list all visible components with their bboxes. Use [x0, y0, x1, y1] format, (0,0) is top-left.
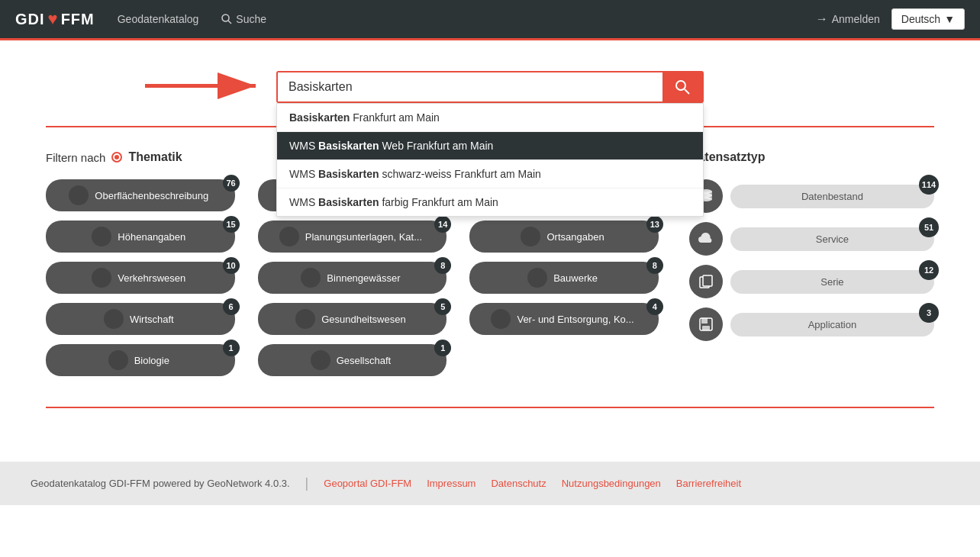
radio-dot-icon — [111, 152, 122, 163]
thematic-item-bauwerke[interactable]: Bauwerke 8 — [469, 262, 659, 294]
search-nav-icon — [221, 14, 232, 24]
footer-link-nutzungsbedingungen[interactable]: Nutzungsbedingungen — [562, 478, 661, 489]
autocomplete-item-1[interactable]: Basiskarten Frankfurt am Main — [277, 104, 703, 132]
autocomplete-item-3[interactable]: WMS Basiskarten schwarz-weiss Frankfurt … — [277, 160, 703, 188]
svg-rect-15 — [702, 326, 710, 330]
pill-icon — [301, 268, 321, 288]
svg-line-5 — [685, 89, 689, 94]
autocomplete-dropdown: Basiskarten Frankfurt am Main WMS Basisk… — [276, 103, 704, 217]
svg-rect-12 — [703, 275, 712, 286]
search-wrapper: Basiskarten Frankfurt am Main WMS Basisk… — [276, 71, 704, 103]
dataset-item-application[interactable]: Application 3 — [689, 307, 934, 341]
search-container — [276, 71, 704, 103]
pill-icon — [108, 350, 128, 370]
nav-suche[interactable]: Suche — [221, 13, 266, 25]
floppy-icon-wrap — [689, 307, 723, 341]
badge-76: 76 — [223, 175, 240, 192]
signin-icon: → — [816, 12, 828, 26]
footer-powered-by: Geodatenkatalog GDI-FFM powered by GeoNe… — [31, 478, 290, 489]
dataset-list: Datenbestand 114 Service 51 — [689, 179, 934, 341]
svg-line-1 — [228, 21, 231, 24]
pill-icon — [69, 185, 89, 205]
thematic-item-oberflaechenbeschreibung[interactable]: Oberflächenbeschreibung 76 — [46, 179, 235, 211]
nav-geodatenkatalog[interactable]: Geodatenkatalog — [118, 13, 199, 25]
thematic-item-binnengewaesser[interactable]: Binnengewässer 8 — [258, 262, 447, 294]
signin-button[interactable]: → Anmelden — [816, 12, 880, 26]
badge-10: 10 — [223, 257, 240, 274]
thematic-item-planungsunterlagen[interactable]: Planungsunterlagen, Kat... 14 — [258, 221, 447, 253]
language-button[interactable]: Deutsch ▼ — [891, 8, 965, 30]
autocomplete-item-4[interactable]: WMS Basiskarten farbig Frankfurt am Main — [277, 188, 703, 216]
footer: Geodatenkatalog GDI-FFM powered by GeoNe… — [0, 462, 980, 505]
badge-6: 6 — [223, 298, 240, 315]
filter-right: Datensatztyp Datenbestand 114 — [689, 150, 934, 376]
search-area: Basiskarten Frankfurt am Main WMS Basisk… — [46, 71, 934, 103]
search-icon — [675, 79, 690, 95]
brand-logo[interactable]: GDI ♥ FFM — [15, 9, 95, 29]
footer-link-datenschutz[interactable]: Datenschutz — [491, 478, 546, 489]
svg-rect-14 — [701, 318, 708, 324]
footer-link-barrierefreiheit[interactable]: Barrierefreiheit — [676, 478, 741, 489]
thematic-item-ver-entsorgung[interactable]: Ver- und Entsorgung, Ko... 4 — [469, 303, 659, 335]
pill-icon — [295, 309, 315, 329]
copy-icon-wrap — [689, 265, 723, 298]
pill-icon — [279, 227, 299, 246]
pill-icon — [104, 309, 124, 329]
badge-3: 3 — [919, 303, 939, 323]
dataset-type-title: Datensatztyp — [689, 150, 934, 164]
badge-12: 12 — [919, 260, 939, 280]
floppy-icon — [698, 317, 714, 332]
badge-14: 14 — [434, 216, 451, 233]
navbar: GDI ♥ FFM Geodatenkatalog Suche → Anmeld… — [0, 0, 980, 38]
pill-icon — [311, 350, 330, 370]
badge-4: 4 — [646, 298, 663, 315]
badge-1b: 1 — [434, 340, 451, 356]
svg-point-4 — [676, 81, 685, 90]
copy-icon — [698, 273, 714, 290]
thematic-item-gesundheitswesen[interactable]: Gesundheitswesen 5 — [258, 303, 447, 335]
footer-link-geoportal[interactable]: Geoportal GDI-FFM — [324, 478, 411, 489]
thematic-item-ortsangaben[interactable]: Ortsangaben 13 — [469, 221, 659, 253]
pill-icon — [491, 309, 511, 329]
main-content: Basiskarten Frankfurt am Main WMS Basisk… — [0, 40, 980, 446]
footer-separator: | — [305, 475, 309, 491]
footer-link-impressum[interactable]: Impressum — [427, 478, 475, 489]
thematic-item-biologie[interactable]: Biologie 1 — [46, 344, 235, 376]
pill-icon — [92, 227, 111, 246]
svg-point-0 — [222, 14, 229, 21]
cloud-icon-wrap — [689, 222, 723, 256]
brand-gdi: GDI — [15, 11, 45, 28]
badge-13: 13 — [646, 216, 663, 233]
dataset-item-serie[interactable]: Serie 12 — [689, 265, 934, 298]
badge-51: 51 — [919, 217, 939, 237]
dataset-item-datenbestand[interactable]: Datenbestand 114 — [689, 179, 934, 213]
bottom-divider — [46, 407, 934, 408]
pill-icon — [527, 268, 547, 288]
badge-1a: 1 — [223, 340, 240, 356]
badge-15: 15 — [223, 216, 240, 233]
brand-heart-icon: ♥ — [48, 9, 58, 29]
autocomplete-item-2[interactable]: WMS Basiskarten Web Frankfurt am Main — [277, 132, 703, 160]
badge-5: 5 — [434, 298, 451, 315]
thematic-item-verkehrswesen[interactable]: Verkehrswesen 10 — [46, 262, 235, 294]
dataset-item-service[interactable]: Service 51 — [689, 222, 934, 256]
badge-8b: 8 — [646, 257, 663, 274]
cloud-icon — [698, 232, 714, 246]
pill-icon — [92, 268, 111, 288]
search-button[interactable] — [662, 72, 702, 101]
thematic-item-hoehenangaben[interactable]: Höhenangaben 15 — [46, 221, 235, 253]
search-input[interactable] — [278, 72, 662, 101]
thematic-item-wirtschaft[interactable]: Wirtschaft 6 — [46, 303, 235, 335]
navbar-right: → Anmelden Deutsch ▼ — [816, 8, 965, 30]
badge-114: 114 — [919, 175, 939, 195]
brand-ffm: FFM — [61, 11, 95, 28]
chevron-down-icon: ▼ — [944, 13, 955, 25]
arrow-indicator — [145, 71, 267, 104]
red-arrow-icon — [145, 71, 267, 101]
thematic-item-gesellschaft[interactable]: Gesellschaft 1 — [258, 344, 447, 376]
pill-icon — [521, 227, 540, 246]
badge-8a: 8 — [434, 257, 451, 274]
